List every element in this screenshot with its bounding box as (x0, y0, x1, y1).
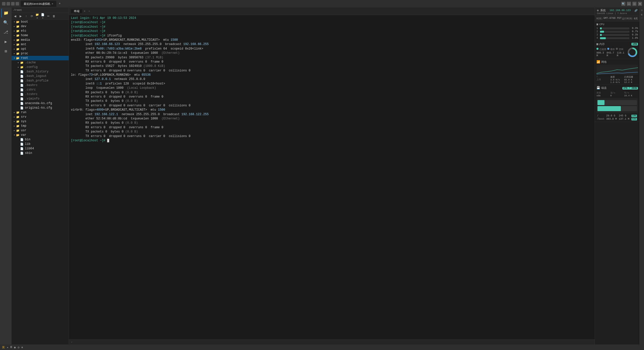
tree-item-root[interactable]: ▾📂root (12, 56, 69, 60)
tree-item-.bash_profile[interactable]: 📄.bash_profile (12, 78, 69, 83)
toolbar-up-button[interactable]: ↑ (24, 14, 29, 19)
tree-item-lib64[interactable]: 📄lib64 (12, 146, 69, 151)
tree-label-boot: boot (21, 20, 28, 24)
terminal-content[interactable]: Last login: Fri Apr 19 00:13:53 2024 [ro… (69, 15, 595, 339)
toolbar-forward-button[interactable]: ▶ (18, 14, 23, 19)
tree-label-.cshrc: .cshrc (25, 88, 36, 92)
strip-icon-git[interactable]: ⎇ (1, 28, 10, 37)
mem-free-val: 119.1 M (617, 52, 625, 57)
tree-item-usr[interactable]: ▸📁usr (12, 128, 69, 133)
tree-item-boot[interactable]: ▾📂boot (12, 20, 69, 24)
tree-label-usr: usr (21, 129, 26, 132)
terminal-bottom-icon: ⚡ (71, 341, 72, 344)
title-bar: 最近的CentOS虚拟机 ✕ + 🔍 — □ ✕ (0, 0, 644, 8)
rs-icon-2[interactable]: ◐ (640, 13, 643, 16)
tree-icon-usr: 📁 (16, 129, 20, 132)
tree-label-lib64: lib64 (25, 147, 34, 150)
terminal-tab-close[interactable]: × (83, 10, 87, 13)
rp-net-title: 📶 网络 (596, 60, 638, 64)
toolbar-refresh-button[interactable]: ⟳ (29, 14, 34, 19)
tree-arrow-opt: ▸ (13, 48, 16, 51)
tree-item-.bash_history[interactable]: 📄.bash_history (12, 69, 69, 74)
tree-item-.cshrc[interactable]: 📄.cshrc (12, 88, 69, 92)
tree-item-.bashrc[interactable]: 📄.bashrc (12, 83, 69, 88)
tree-item-.bash_logout[interactable]: 📄.bash_logout (12, 74, 69, 78)
tree-item-.tcshrc[interactable]: 📄.tcshrc (12, 92, 69, 97)
toolbar-back-button[interactable]: ◀ (13, 14, 18, 19)
tree-icon-root: 📂 (16, 57, 20, 60)
tree-item-media[interactable]: ▸📁media (12, 38, 69, 42)
tree-arrow-boot: ▾ (13, 20, 16, 23)
tree-icon-opt: 📁 (16, 48, 20, 51)
disk-boot-size: 303.8 M (606, 117, 618, 121)
toolbar-new-file-button[interactable]: 📄+ (40, 14, 45, 19)
strip-icon-extensions[interactable]: ⊞ (1, 47, 10, 56)
rp-cpu-section: ▣ CPU 1 0.3% 2 0.7% 3 0.3% 4 1.0% (595, 21, 639, 41)
tree-item-dev[interactable]: ▸📁dev (12, 24, 69, 29)
tree-item-home[interactable]: ▸📁home (12, 33, 69, 38)
tree-item-.cache[interactable]: ▸📁.cache (12, 60, 69, 65)
tree-item-run[interactable]: ▸📁run (12, 110, 69, 115)
tb-btn-2[interactable] (7, 2, 10, 6)
terminal-add-tab[interactable]: + (87, 10, 92, 13)
tb-btn-4[interactable] (16, 2, 19, 6)
tree-icon-.cache: 📁 (20, 61, 24, 64)
rp-os-display: CentOS Linux | 7.6core (597, 12, 627, 15)
rp-net-section: 📶 网络 ↑ 上传 速度 3.9 K/s 1.6 K/s (595, 59, 639, 85)
tree-item-tmp[interactable]: ▸📁tmp (12, 124, 69, 128)
search-button[interactable]: 🔍 (621, 2, 625, 6)
status-item-2: ✦ (7, 346, 9, 349)
title-bar-right: 🔍 — □ ✕ (621, 2, 642, 6)
tree-icon-bin: 📄 (20, 138, 24, 141)
tree-item-original-ks.cfg[interactable]: 📄original-ks.cfg (12, 106, 69, 110)
status-item-6: ⊕ (21, 346, 23, 349)
add-tab-button[interactable]: + (57, 2, 62, 6)
tree-label-root: root (21, 56, 28, 60)
toolbar-delete-button[interactable]: 🗑 (51, 14, 56, 19)
disk-root-size: 29.0 G (606, 114, 618, 117)
tree-item-etc[interactable]: ▸📁etc (12, 29, 69, 33)
strip-icon-debug[interactable]: ▶ (1, 37, 10, 46)
net-label: 网络 (601, 60, 607, 64)
rp-disk-title: 💾 磁盘 (596, 86, 607, 90)
tree-item-.viminfo[interactable]: 📄.viminfo (12, 97, 69, 101)
tree-label-.bash_history: .bash_history (25, 70, 49, 73)
tree-label-srv: srv (21, 115, 26, 119)
tree-item-opt[interactable]: ▸📁opt (12, 47, 69, 51)
rs-icon-3[interactable]: ↕ (640, 17, 643, 19)
tree-item-mnt[interactable]: ▸📁mnt (12, 42, 69, 47)
toolbar-new-folder-button[interactable]: 📁+ (35, 14, 40, 19)
disk-icon: 💾 (596, 86, 600, 90)
tree-item-proc[interactable]: ▸📁proc (12, 51, 69, 56)
strip-icon-files[interactable]: 📁 (1, 9, 10, 18)
cpu-pct-3: 0.3% (630, 33, 638, 36)
active-tab[interactable]: 最近的CentOS虚拟机 ✕ (21, 1, 56, 7)
tree-icon-etc: 📁 (16, 29, 20, 33)
tree-label-dev: dev (21, 25, 26, 28)
tb-btn-3[interactable] (11, 2, 15, 6)
strip-icon-search[interactable]: 🔍 (1, 18, 10, 27)
toolbar-rename-button[interactable]: ✏ (46, 14, 51, 19)
maximize-button[interactable]: □ (632, 2, 636, 6)
tree-icon-sbin: 📄 (20, 152, 24, 155)
tree-item-var[interactable]: ▾📂var (12, 133, 69, 137)
tree-item-srv[interactable]: ▸📁srv (12, 115, 69, 119)
cpu-label: CPU (599, 23, 604, 26)
rp-time-row: 时间: GMT-0700 PDT 运行时间: 0天 (595, 16, 639, 21)
minimize-button[interactable]: — (627, 2, 631, 6)
mem-label-row: 已使用 缓存 空闲 (596, 48, 625, 51)
tree-item-anaconda-ks.cfg[interactable]: 📄anaconda-ks.cfg (12, 101, 69, 106)
tree-item-.config[interactable]: ▸📁.config (12, 65, 69, 69)
rs-icon-1[interactable]: ⚙ (640, 9, 643, 12)
tree-item-lib[interactable]: 📄lib (12, 142, 69, 146)
close-button[interactable]: ✕ (638, 2, 642, 6)
tree-item-sbin[interactable]: 📄sbin (12, 151, 69, 155)
tree-label-home: home (21, 34, 28, 37)
terminal-tab[interactable]: 终端 (71, 9, 83, 13)
tb-btn-1[interactable] (2, 2, 6, 6)
disk-read-label: 读/s (610, 91, 624, 95)
tree-item-bin[interactable]: 📄bin (12, 137, 69, 142)
tree-icon-media: 📁 (16, 38, 20, 42)
tab-close-icon[interactable]: ✕ (52, 2, 53, 5)
tree-item-sys[interactable]: ▸📁sys (12, 119, 69, 124)
